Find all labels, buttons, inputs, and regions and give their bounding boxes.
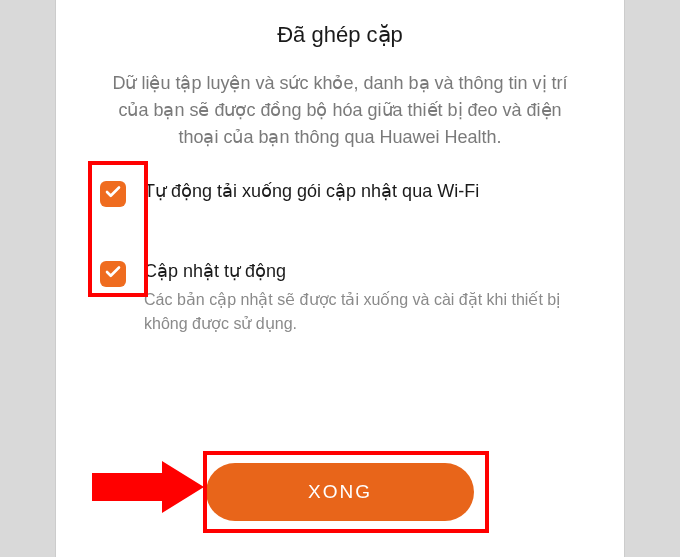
option-auto-text: Cập nhật tự động Các bản cập nhật sẽ đượ… xyxy=(144,259,586,336)
check-icon xyxy=(104,263,122,285)
option-auto-sublabel: Các bản cập nhật sẽ được tải xuống và cà… xyxy=(144,288,586,336)
option-auto-update[interactable]: Cập nhật tự động Các bản cập nhật sẽ đượ… xyxy=(94,259,586,336)
option-auto-label: Cập nhật tự động xyxy=(144,259,586,284)
option-wifi-text: Tự động tải xuống gói cập nhật qua Wi-Fi xyxy=(144,179,586,204)
checkbox-auto-update[interactable] xyxy=(100,261,126,287)
sync-description: Dữ liệu tập luyện và sức khỏe, danh bạ v… xyxy=(94,70,586,151)
checkbox-wifi-download[interactable] xyxy=(100,181,126,207)
done-button[interactable]: XONG xyxy=(206,463,474,521)
option-wifi-label: Tự động tải xuống gói cập nhật qua Wi-Fi xyxy=(144,179,586,204)
page-title: Đã ghép cặp xyxy=(94,22,586,48)
pairing-complete-screen: Đã ghép cặp Dữ liệu tập luyện và sức khỏ… xyxy=(55,0,625,557)
check-icon xyxy=(104,183,122,205)
option-wifi-download[interactable]: Tự động tải xuống gói cập nhật qua Wi-Fi xyxy=(94,179,586,207)
